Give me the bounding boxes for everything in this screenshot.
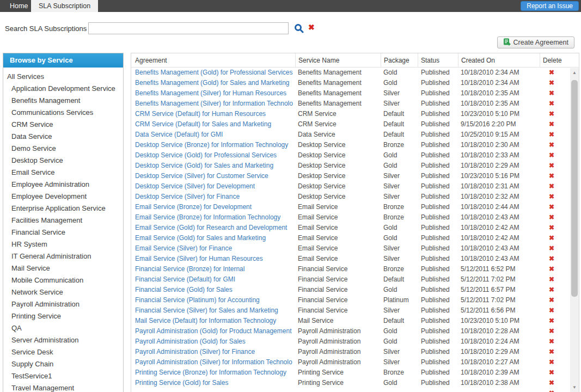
column-header-created-on[interactable]: Created On [458,53,540,68]
sidebar-item-supply-chain[interactable]: Supply Chain [3,358,123,370]
agreement-link[interactable]: Email Service (Gold) for Research and De… [135,223,295,233]
agreement-link[interactable]: Financial Service (Bronze) for Internal [135,264,295,274]
report-an-issue-button[interactable]: Report an Issue [521,1,579,11]
agreement-link[interactable]: Desktop Service (Silver) for Finance [135,192,295,202]
column-header-status[interactable]: Status [418,53,458,68]
delete-icon[interactable]: ✖ [543,119,560,130]
column-header-agreement[interactable]: Agreement [131,53,295,68]
delete-icon[interactable]: ✖ [543,264,560,274]
delete-icon[interactable]: ✖ [543,130,560,140]
delete-icon[interactable]: ✖ [543,202,560,212]
agreement-link[interactable]: Desktop Service (Silver) for Customer Se… [135,171,295,181]
agreement-link[interactable]: Email Service (Silver) for Finance [135,243,295,254]
delete-icon[interactable]: ✖ [543,223,560,233]
agreement-link[interactable]: Printing Service (Bronze) for Informatio… [135,367,295,378]
agreement-link[interactable]: Mail Service (Default) for Information T… [135,316,295,326]
agreement-link[interactable]: Desktop Service (Gold) for Sales and Mar… [135,161,295,171]
delete-icon[interactable]: ✖ [543,68,560,78]
sidebar-item-mobile-communication[interactable]: Mobile Communication [3,274,123,286]
sidebar-item-it-general-administration[interactable]: IT General Administration [3,250,123,262]
search-input[interactable] [88,22,289,34]
agreement-link[interactable]: Email Service (Bronze) for Development [135,202,295,212]
column-header-service-name[interactable]: Service Name [295,53,381,68]
create-agreement-button[interactable]: Create Agreement [497,36,574,48]
agreement-link[interactable]: Desktop Service (Gold) for Professional … [135,150,295,161]
agreement-link[interactable]: Financial Service (Platinum) for Account… [135,295,295,305]
agreement-link[interactable]: Benefits Management (Gold) for Professio… [135,68,295,78]
sidebar-item-network-service[interactable]: Network Service [3,286,123,298]
delete-icon[interactable]: ✖ [543,192,560,202]
agreement-link[interactable]: Desktop Service (Bronze) for Information… [135,140,295,150]
agreement-link[interactable]: Email Service (Bronze) for Information T… [135,212,295,223]
sidebar-item-demo-service[interactable]: Demo Service [3,143,123,155]
scroll-down-icon[interactable]: ▼ [570,384,579,391]
agreement-link[interactable]: Payroll Administration (Gold) for Sales [135,336,295,347]
sidebar-item-facilities-management[interactable]: Facilities Management [3,215,123,226]
agreement-link[interactable]: Desktop Service (Silver) for Development [135,181,295,192]
sidebar-item-travel-management[interactable]: Travel Management [3,382,123,392]
delete-icon[interactable]: ✖ [543,254,560,264]
agreement-link[interactable]: CRM Service (Default) for Human Resource… [135,109,295,119]
delete-icon[interactable]: ✖ [543,171,560,181]
sidebar-item-printing-service[interactable]: Printing Service [3,310,123,322]
clear-search-icon[interactable]: ✖ [308,23,315,32]
delete-icon[interactable]: ✖ [543,336,560,347]
agreement-link[interactable]: Email Service (Silver) for Human Resourc… [135,254,295,264]
scroll-up-icon[interactable]: ▲ [570,69,579,77]
sidebar-item-mail-service[interactable]: Mail Service [3,262,123,274]
sidebar-item-crm-service[interactable]: CRM Service [3,119,123,131]
search-icon[interactable] [294,23,304,33]
delete-icon[interactable]: ✖ [543,243,560,254]
delete-icon[interactable]: ✖ [543,295,560,305]
sidebar-item-benefits-management[interactable]: Benefits Management [3,95,123,107]
agreement-link[interactable]: Email Service (Gold) for Sales and Marke… [135,233,295,243]
sidebar-item-application-development-service[interactable]: Application Development Service [3,83,123,95]
sidebar-item-qa[interactable]: QA [3,322,123,334]
sidebar-item-employee-administration[interactable]: Employee Administration [3,179,123,191]
sidebar-item-hr-system[interactable]: HR System [3,238,123,250]
sidebar-item-email-service[interactable]: Email Service [3,167,123,179]
delete-icon[interactable]: ✖ [543,109,560,119]
sidebar-item-payroll-administration[interactable]: Payroll Administration [3,298,123,310]
delete-icon[interactable]: ✖ [543,233,560,243]
sidebar-item-server-administration[interactable]: Server Administration [3,334,123,346]
sidebar-item-enterprise-application-service[interactable]: Enterprise Application Service [3,203,123,215]
agreement-link[interactable]: Benefits Management (Gold) for Sales and… [135,78,295,88]
delete-icon[interactable]: ✖ [543,274,560,285]
sidebar-item-all-services[interactable]: All Services [3,71,123,83]
vertical-scrollbar[interactable]: ▲ ▼ [570,68,579,392]
agreement-link[interactable]: Payroll Administration (Silver) for Info… [135,357,295,367]
agreement-link[interactable]: Payroll Administration (Silver) for Fina… [135,347,295,357]
agreement-link[interactable]: Benefits Management (Silver) for Human R… [135,88,295,99]
delete-icon[interactable]: ✖ [543,212,560,223]
delete-icon[interactable]: ✖ [543,316,560,326]
agreement-link[interactable]: Printing Service (Gold) for Sales [135,378,295,388]
delete-icon[interactable]: ✖ [543,305,560,316]
agreement-link[interactable]: Data Service (Default) for GMI [135,130,295,140]
agreement-link[interactable]: Payroll Administration (Gold) for Produc… [135,326,295,336]
delete-icon[interactable]: ✖ [543,388,560,392]
delete-icon[interactable]: ✖ [543,326,560,336]
delete-icon[interactable]: ✖ [543,161,560,171]
delete-icon[interactable]: ✖ [543,140,560,150]
agreement-link[interactable]: CRM Service (Default) for Sales and Mark… [135,119,295,130]
delete-icon[interactable]: ✖ [543,78,560,88]
sidebar-item-employee-development[interactable]: Employee Development [3,191,123,203]
sidebar-item-data-service[interactable]: Data Service [3,131,123,143]
agreement-link[interactable]: Financial Service (Gold) for Sales [135,285,295,295]
sidebar-item-communications-services[interactable]: Communications Services [3,107,123,119]
tab-sla-subscription[interactable]: SLA Subscription [31,0,98,12]
column-header-package[interactable]: Package [381,53,418,68]
sidebar-item-financial-service[interactable]: Financial Service [3,226,123,238]
agreement-link[interactable]: Financial Service (Silver) for Sales and… [135,305,295,316]
sidebar-item-testservice1[interactable]: TestService1 [3,370,123,382]
scrollbar-thumb[interactable] [571,80,578,297]
delete-icon[interactable]: ✖ [543,285,560,295]
sidebar-item-desktop-service[interactable]: Desktop Service [3,155,123,167]
agreement-link[interactable]: Benefits Management (Silver) for Informa… [135,99,295,109]
delete-icon[interactable]: ✖ [543,150,560,161]
delete-icon[interactable]: ✖ [543,99,560,109]
agreement-link[interactable]: Financial Service (Default) for GMI [135,274,295,285]
sidebar-item-service-desk[interactable]: Service Desk [3,346,123,358]
delete-icon[interactable]: ✖ [543,367,560,378]
